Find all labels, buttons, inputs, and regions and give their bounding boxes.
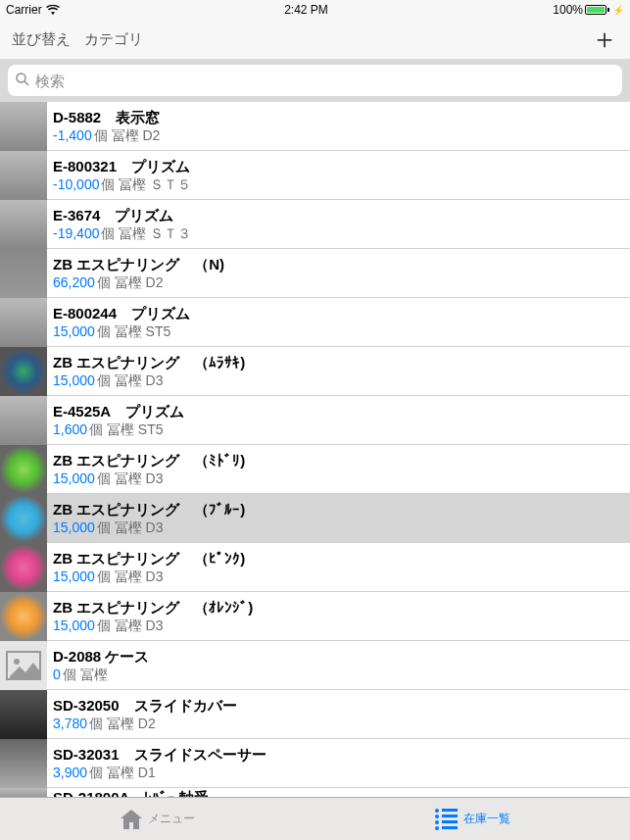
item-thumbnail (0, 151, 47, 200)
wifi-icon (46, 5, 60, 15)
item-detail: 15,000個 冨樫 D3 (53, 371, 630, 389)
item-name: D-5882 表示窓 (53, 108, 630, 127)
search-input[interactable] (35, 73, 614, 89)
item-unit-location: 個 冨樫 ＳＴ５ (101, 176, 191, 192)
svg-line-1 (24, 81, 28, 85)
item-quantity: -1,400 (53, 127, 92, 143)
category-button[interactable]: カテゴリ (84, 30, 143, 49)
item-detail: 0個 冨樫 (53, 666, 630, 683)
item-unit-location: 個 冨樫 D3 (97, 618, 164, 633)
tab-menu[interactable]: メニュー (0, 798, 315, 840)
list-icon (435, 809, 458, 830)
item-name: ZB エスピナリング （ﾑﾗｻｷ) (53, 353, 630, 372)
item-unit-location: 個 冨樫 ＳＴ３ (101, 225, 191, 241)
item-detail: 15,000個 冨樫 ST5 (53, 322, 630, 340)
item-unit-location: 個 冨樫 D2 (89, 716, 156, 731)
item-name: ZB エスピナリング （ﾋﾟﾝｸ) (53, 549, 630, 568)
list-item[interactable]: ZB エスピナリング （ﾑﾗｻｷ)15,000個 冨樫 D3 (0, 347, 630, 396)
item-unit-location: 個 冨樫 D3 (97, 372, 164, 388)
item-thumbnail (0, 690, 47, 739)
item-detail: 15,000個 冨樫 D3 (53, 519, 630, 536)
list-item[interactable]: ZB エスピナリング （ｵﾚﾝｼﾞ)15,000個 冨樫 D3 (0, 592, 630, 641)
sort-button[interactable]: 並び替え (12, 30, 71, 49)
list-item[interactable]: ZB エスピナリング （ﾋﾟﾝｸ)15,000個 冨樫 D3 (0, 543, 630, 592)
item-quantity: 15,000 (53, 323, 95, 339)
item-thumbnail (0, 298, 47, 347)
item-detail: -19,400個 冨樫 ＳＴ３ (53, 224, 630, 242)
item-thumbnail (0, 739, 47, 788)
search-icon (16, 73, 29, 89)
item-detail: 66,200個 冨樫 D2 (53, 273, 630, 291)
item-detail: 3,900個 冨樫 D1 (53, 764, 630, 781)
item-quantity: 15,000 (53, 470, 95, 486)
item-quantity: 15,000 (53, 372, 95, 388)
nav-bar: 並び替え カテゴリ ＋ (0, 20, 630, 59)
home-icon (121, 810, 142, 829)
list-item[interactable]: E-800244 プリズム15,000個 冨樫 ST5 (0, 298, 630, 347)
carrier-label: Carrier (6, 3, 42, 17)
item-info: ZB エスピナリング （ﾐﾄﾞﾘ)15,000個 冨樫 D3 (47, 445, 630, 493)
list-item[interactable]: ZB エスピナリング （ﾐﾄﾞﾘ)15,000個 冨樫 D3 (0, 445, 630, 494)
item-thumbnail (0, 347, 47, 396)
item-quantity: 15,000 (53, 618, 95, 633)
item-thumbnail (0, 249, 47, 298)
item-name: E-800321 プリズム (53, 157, 630, 176)
list-item[interactable]: SD-32031 スライドスペーサー3,900個 冨樫 D1 (0, 739, 630, 788)
list-item[interactable]: ZB エスピナリング （ﾌﾞﾙｰ)15,000個 冨樫 D3 (0, 494, 630, 543)
item-name: ZB エスピナリング （ｵﾚﾝｼﾞ) (53, 598, 630, 618)
item-name: ZB エスピナリング （ﾐﾄﾞﾘ) (53, 451, 630, 470)
item-detail: 3,780個 冨樫 D2 (53, 715, 630, 732)
item-unit-location: 個 冨樫 ST5 (97, 323, 170, 339)
item-info: D-2088 ケース0個 冨樫 (47, 641, 630, 689)
item-info: ZB エスピナリング （N)66,200個 冨樫 D2 (47, 249, 630, 297)
tab-menu-label: メニュー (148, 811, 195, 827)
item-detail: 15,000個 冨樫 D3 (53, 617, 630, 634)
item-unit-location: 個 冨樫 (63, 667, 108, 682)
item-detail: 15,000個 冨樫 D3 (53, 469, 630, 487)
list-item[interactable]: D-2088 ケース0個 冨樫 (0, 641, 630, 690)
item-thumbnail (0, 445, 47, 494)
item-info: ZB エスピナリング （ｵﾚﾝｼﾞ)15,000個 冨樫 D3 (47, 592, 630, 640)
charging-icon: ⚡ (612, 5, 624, 16)
item-thumbnail (0, 494, 47, 543)
list-item[interactable]: SD-32050 スライドカバー3,780個 冨樫 D2 (0, 690, 630, 739)
item-thumbnail (0, 200, 47, 249)
item-unit-location: 個 冨樫 D2 (94, 127, 161, 143)
item-quantity: 3,900 (53, 765, 87, 780)
item-quantity: 0 (53, 667, 61, 682)
item-info: ZB エスピナリング （ﾑﾗｻｷ)15,000個 冨樫 D3 (47, 347, 630, 395)
list-item[interactable]: E-800321 プリズム-10,000個 冨樫 ＳＴ５ (0, 151, 630, 200)
tab-inventory-label: 在庫一覧 (463, 811, 510, 827)
item-unit-location: 個 冨樫 D3 (97, 470, 164, 486)
item-info: ZB エスピナリング （ﾌﾞﾙｰ)15,000個 冨樫 D3 (47, 494, 630, 542)
list-item[interactable]: E-4525A プリズム1,600個 冨樫 ST5 (0, 396, 630, 445)
svg-point-3 (14, 659, 20, 665)
tab-inventory[interactable]: 在庫一覧 (315, 798, 631, 840)
item-list[interactable]: D-5882 表示窓-1,400個 冨樫 D2E-800321 プリズム-10,… (0, 102, 630, 801)
item-quantity: -19,400 (53, 225, 99, 241)
item-name: E-800244 プリズム (53, 304, 630, 323)
item-quantity: 66,200 (53, 274, 95, 290)
item-quantity: 15,000 (53, 519, 95, 535)
tab-bar: メニュー 在庫一覧 (0, 797, 630, 840)
item-quantity: -10,000 (53, 176, 99, 192)
add-button[interactable]: ＋ (591, 25, 618, 53)
item-detail: -10,000個 冨樫 ＳＴ５ (53, 175, 630, 193)
status-time: 2:42 PM (284, 3, 328, 17)
item-info: D-5882 表示窓-1,400個 冨樫 D2 (47, 102, 630, 150)
search-bar (0, 59, 630, 102)
list-item[interactable]: ZB エスピナリング （N)66,200個 冨樫 D2 (0, 249, 630, 298)
item-unit-location: 個 冨樫 ST5 (89, 421, 163, 437)
item-name: D-2088 ケース (53, 647, 630, 667)
item-info: SD-32031 スライドスペーサー3,900個 冨樫 D1 (47, 739, 630, 787)
item-name: E-3674 プリズム (53, 206, 630, 225)
item-info: E-4525A プリズム1,600個 冨樫 ST5 (47, 396, 630, 444)
item-detail: 1,600個 冨樫 ST5 (53, 420, 630, 438)
list-item[interactable]: E-3674 プリズム-19,400個 冨樫 ＳＴ３ (0, 200, 630, 249)
svg-point-0 (17, 74, 25, 82)
item-unit-location: 個 冨樫 D2 (97, 274, 164, 290)
item-name: E-4525A プリズム (53, 402, 630, 421)
list-item[interactable]: D-5882 表示窓-1,400個 冨樫 D2 (0, 102, 630, 151)
item-name: ZB エスピナリング （ﾌﾞﾙｰ) (53, 500, 630, 519)
item-thumbnail (0, 102, 47, 151)
